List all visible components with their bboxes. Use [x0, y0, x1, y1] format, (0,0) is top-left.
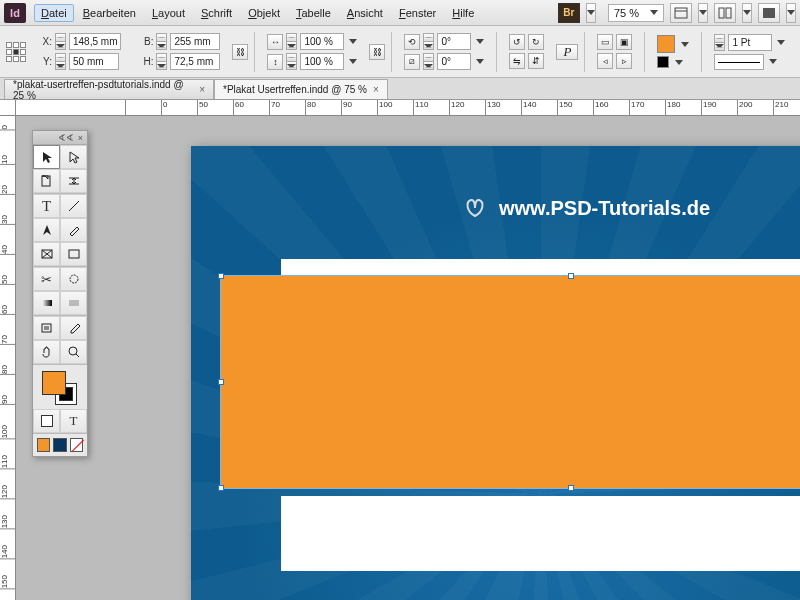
ruler-origin[interactable] [0, 100, 16, 116]
h-field[interactable]: 72,5 mm [170, 53, 220, 70]
panel-header[interactable]: ∢∢× [33, 131, 87, 145]
color-mode-row [33, 434, 87, 456]
selection-handle[interactable] [568, 485, 574, 491]
tool-pencil[interactable] [60, 218, 87, 242]
bridge-button[interactable]: Br [558, 3, 580, 23]
selection-handle[interactable] [218, 273, 224, 279]
flip-h-icon[interactable]: ⇋ [509, 53, 525, 69]
selected-rectangle[interactable] [221, 276, 800, 488]
scale-y-field[interactable]: 100 % [300, 53, 344, 70]
shear-field[interactable]: 0° [437, 53, 471, 70]
tool-rect-frame[interactable] [33, 242, 60, 266]
document-tab-2[interactable]: *Plakat Usertreffen.indd @ 75 %× [214, 79, 388, 99]
select-prev-icon[interactable]: ◃ [597, 53, 613, 69]
menu-datei[interactable]: DDateiatei [34, 4, 74, 22]
tool-pen[interactable] [33, 218, 60, 242]
scale-y-icon: ↕ [267, 54, 283, 70]
flip-v-icon[interactable]: ⇵ [528, 53, 544, 69]
stroke-w-stepper[interactable] [714, 34, 725, 51]
stroke-weight-field[interactable]: 1 Pt [728, 34, 772, 51]
screen-mode-dropdown[interactable] [786, 3, 796, 23]
close-tab-icon[interactable]: × [373, 84, 379, 95]
view-mode-dropdown-1[interactable] [698, 3, 708, 23]
tool-gradient-swatch[interactable] [33, 291, 60, 315]
collapse-icon[interactable]: ∢∢ [58, 133, 74, 143]
y-field[interactable]: 50 mm [69, 53, 119, 70]
stroke-style-field[interactable] [714, 54, 764, 70]
select-content-icon[interactable]: ▣ [616, 34, 632, 50]
constrain-scale-icon[interactable]: ⛓ [369, 44, 385, 60]
selection-handle[interactable] [218, 485, 224, 491]
bridge-dropdown[interactable] [586, 3, 596, 23]
tool-eyedropper[interactable] [60, 316, 87, 340]
apply-solid[interactable] [37, 438, 50, 452]
tool-rectangle[interactable] [60, 242, 87, 266]
x-stepper[interactable] [55, 33, 66, 50]
ruler-vertical[interactable]: 0102030405060708090100110120130140150160 [0, 116, 16, 600]
stroke-swatch[interactable] [657, 56, 669, 68]
canvas-pasteboard[interactable]: www.PSD-Tutorials.de [16, 116, 800, 600]
document-tab-1[interactable]: *plakat-usertreffen-psdtutorials.indd @ … [4, 79, 214, 99]
menu-ansicht[interactable]: Ansicht [340, 4, 390, 22]
screen-mode-button[interactable] [758, 3, 780, 23]
menu-layout[interactable]: Layout [145, 4, 192, 22]
fill-swatch[interactable] [657, 35, 675, 53]
rotate-ccw-icon[interactable]: ↺ [509, 34, 525, 50]
tool-page[interactable] [33, 169, 60, 193]
tool-zoom[interactable] [60, 340, 87, 364]
apply-text-button[interactable]: T [60, 409, 87, 433]
tools-panel[interactable]: ∢∢× T ✂ T [32, 130, 88, 457]
close-panel-icon[interactable]: × [78, 133, 83, 143]
svg-rect-14 [42, 300, 52, 306]
shear-stepper[interactable] [423, 53, 434, 70]
close-tab-icon[interactable]: × [199, 84, 205, 95]
tool-gap[interactable] [60, 169, 87, 193]
page[interactable]: www.PSD-Tutorials.de [191, 146, 800, 600]
arrange-dropdown[interactable] [742, 3, 752, 23]
menu-tabelle[interactable]: Tabelle [289, 4, 338, 22]
menu-bar: Id DDateiatei Bearbeiten Layout Schrift … [0, 0, 800, 26]
tool-line[interactable] [60, 194, 87, 218]
menu-objekt[interactable]: Objekt [241, 4, 287, 22]
tool-hand[interactable] [33, 340, 60, 364]
menu-hilfe[interactable]: Hilfe [445, 4, 481, 22]
x-field[interactable]: 148,5 mm [69, 33, 121, 50]
rot-stepper[interactable] [423, 33, 434, 50]
tool-free-transform[interactable] [60, 267, 87, 291]
tool-scissors[interactable]: ✂ [33, 267, 60, 291]
y-stepper[interactable] [55, 53, 66, 70]
sx-stepper[interactable] [286, 33, 297, 50]
apply-none[interactable] [70, 438, 83, 452]
menu-fenster[interactable]: Fenster [392, 4, 443, 22]
scale-x-icon: ↔ [267, 34, 283, 50]
apply-gradient[interactable] [53, 438, 66, 452]
menu-schrift[interactable]: Schrift [194, 4, 239, 22]
tool-gradient-feather[interactable] [60, 291, 87, 315]
w-field[interactable]: 255 mm [170, 33, 220, 50]
selection-handle[interactable] [218, 379, 224, 385]
view-mode-button-1[interactable] [670, 3, 692, 23]
ruler-horizontal[interactable]: 0506070809010011012013014015016017018019… [16, 100, 800, 116]
sy-stepper[interactable] [286, 53, 297, 70]
rotate-cw-icon[interactable]: ↻ [528, 34, 544, 50]
reference-point-widget[interactable] [6, 42, 26, 62]
h-stepper[interactable] [156, 53, 167, 70]
tool-selection[interactable] [33, 145, 60, 169]
tool-note[interactable] [33, 316, 60, 340]
menu-bearbeiten[interactable]: Bearbeiten [76, 4, 143, 22]
rotate-field[interactable]: 0° [437, 33, 471, 50]
tool-type[interactable]: T [33, 194, 60, 218]
apply-color-button[interactable] [33, 409, 60, 433]
fill-color-swatch[interactable] [42, 371, 66, 395]
constrain-wh-icon[interactable]: ⛓ [232, 44, 248, 60]
w-stepper[interactable] [156, 33, 167, 50]
scale-x-field[interactable]: 100 % [300, 33, 344, 50]
select-next-icon[interactable]: ▹ [616, 53, 632, 69]
fill-stroke-swatches[interactable] [33, 365, 87, 409]
zoom-level-field[interactable]: 75 % [608, 4, 664, 22]
arrange-button[interactable] [714, 3, 736, 23]
tool-direct-selection[interactable] [60, 145, 87, 169]
select-container-icon[interactable]: ▭ [597, 34, 613, 50]
clear-transform-icon[interactable]: P [556, 44, 578, 60]
selection-handle[interactable] [568, 273, 574, 279]
